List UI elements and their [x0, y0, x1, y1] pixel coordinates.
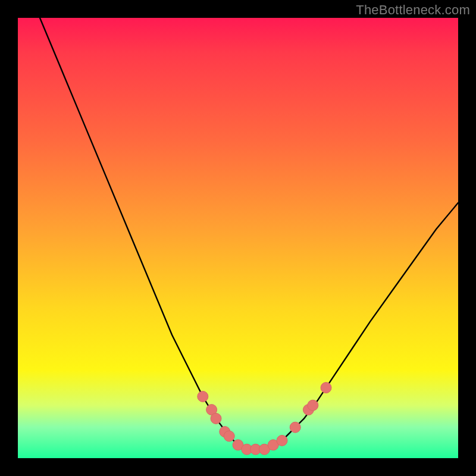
curve-marker: [277, 435, 287, 446]
curve-marker: [211, 413, 221, 424]
bottleneck-curve: [40, 18, 458, 449]
curve-marker: [198, 391, 208, 402]
curve-marker: [224, 431, 234, 441]
curve-markers: [198, 383, 331, 455]
curve-marker: [290, 422, 300, 433]
watermark-text: TheBottleneck.com: [356, 2, 470, 18]
curve-svg: [18, 18, 458, 458]
curve-marker: [321, 383, 331, 393]
chart-frame: TheBottleneck.com: [0, 0, 476, 476]
plot-area: [18, 18, 458, 458]
curve-marker: [308, 400, 318, 411]
